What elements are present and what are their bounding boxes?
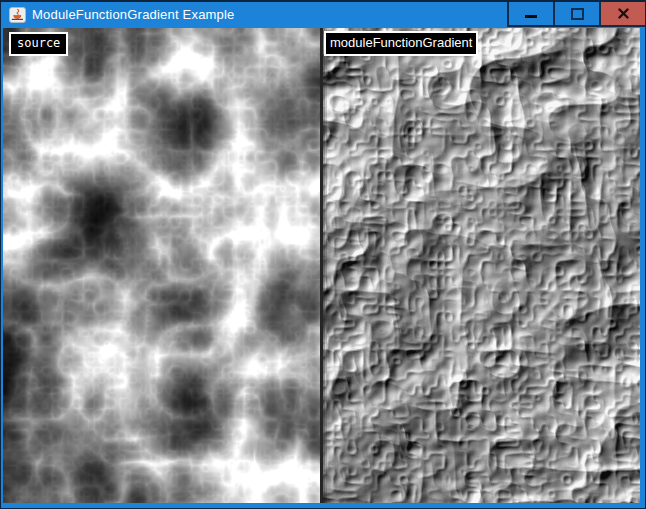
source-pane: source xyxy=(3,28,320,503)
maximize-button[interactable] xyxy=(555,2,599,25)
minimize-dash-icon xyxy=(525,15,537,18)
window-title: ModuleFunctionGradient Example xyxy=(32,7,235,23)
source-image-canvas xyxy=(3,28,320,503)
close-x-icon xyxy=(618,8,629,19)
titlebar[interactable]: ModuleFunctionGradient Example xyxy=(1,2,645,28)
source-label: source xyxy=(9,32,68,56)
gradient-pane: moduleFunctionGradient xyxy=(323,28,640,503)
gradient-label: moduleFunctionGradient xyxy=(324,31,478,56)
minimize-button[interactable] xyxy=(509,2,553,25)
maximize-square-icon xyxy=(571,8,584,20)
module-function-gradient-window: ModuleFunctionGradient Example source mo… xyxy=(0,0,646,509)
content-area: source moduleFunctionGradient xyxy=(3,28,640,503)
gradient-image-canvas xyxy=(323,28,640,503)
close-button[interactable] xyxy=(601,2,645,25)
java-coffee-cup-icon[interactable] xyxy=(9,7,26,23)
window-controls xyxy=(507,2,645,27)
